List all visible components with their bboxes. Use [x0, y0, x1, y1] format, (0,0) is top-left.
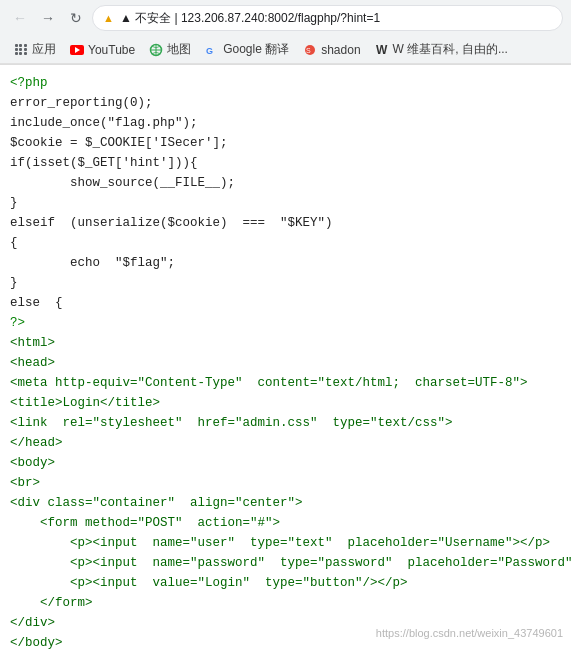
back-button[interactable]: ← [8, 6, 32, 30]
code-line: <?php [10, 73, 561, 93]
translate-icon: G [205, 43, 219, 57]
code-line: } [10, 193, 561, 213]
code-line: <title>Login</title> [10, 393, 561, 413]
code-line: <p><input name="password" type="password… [10, 553, 561, 573]
security-icon: ▲ [103, 12, 114, 24]
bookmark-shadon[interactable]: S shadon [297, 41, 366, 59]
code-line: $cookie = $_COOKIE['ISecer']; [10, 133, 561, 153]
bookmark-wiki-label: W 维基百科, 自由的... [393, 41, 508, 58]
bookmark-translate-label: Google 翻译 [223, 41, 289, 58]
code-line: if(isset($_GET['hint'])){ [10, 153, 561, 173]
code-line: <br> [10, 473, 561, 493]
url-text: ▲ 不安全 | 123.206.87.240:8002/flagphp/?hin… [120, 10, 552, 27]
code-line: </form> [10, 593, 561, 613]
bookmark-apps-label: 应用 [32, 41, 56, 58]
code-line: show_source(__FILE__); [10, 173, 561, 193]
bookmark-wiki[interactable]: W W 维基百科, 自由的... [369, 39, 514, 60]
page-content: <?phperror_reporting(0);include_once("fl… [0, 65, 571, 651]
code-line: </div> [10, 613, 561, 633]
bookmark-ditu[interactable]: 地图 [143, 39, 197, 60]
bookmarks-bar: 应用 YouTube 地图 [0, 36, 571, 64]
code-line: ?> [10, 313, 561, 333]
svg-text:G: G [206, 46, 213, 56]
wiki-icon: W [375, 43, 389, 57]
code-line: <div class="container" align="center"> [10, 493, 561, 513]
apps-icon [14, 43, 28, 57]
code-block: <?phperror_reporting(0);include_once("fl… [10, 73, 561, 651]
code-line: { [10, 233, 561, 253]
code-line: echo "$flag"; [10, 253, 561, 273]
code-line: <form method="POST" action="#"> [10, 513, 561, 533]
forward-button[interactable]: → [36, 6, 60, 30]
code-line: <head> [10, 353, 561, 373]
code-line: </body> [10, 633, 561, 651]
code-line: <link rel="stylesheet" href="admin.css" … [10, 413, 561, 433]
browser-frame: ← → ↻ ▲ ▲ 不安全 | 123.206.87.240:8002/flag… [0, 0, 571, 65]
code-line: <meta http-equiv="Content-Type" content=… [10, 373, 561, 393]
refresh-button[interactable]: ↻ [64, 6, 88, 30]
code-line: include_once("flag.php"); [10, 113, 561, 133]
bookmark-apps[interactable]: 应用 [8, 39, 62, 60]
svg-text:S: S [306, 47, 311, 54]
code-line: } [10, 273, 561, 293]
code-line: else { [10, 293, 561, 313]
nav-bar: ← → ↻ ▲ ▲ 不安全 | 123.206.87.240:8002/flag… [0, 0, 571, 36]
bookmark-translate[interactable]: G Google 翻译 [199, 39, 295, 60]
bookmark-youtube-label: YouTube [88, 43, 135, 57]
code-line: <p><input name="user" type="text" placeh… [10, 533, 561, 553]
globe-icon [149, 43, 163, 57]
shadon-icon: S [303, 43, 317, 57]
bookmark-youtube[interactable]: YouTube [64, 41, 141, 59]
code-line: <body> [10, 453, 561, 473]
code-line: </head> [10, 433, 561, 453]
code-line: elseif (unserialize($cookie) === "$KEY") [10, 213, 561, 233]
bookmark-shadon-label: shadon [321, 43, 360, 57]
code-line: <html> [10, 333, 561, 353]
code-line: <p><input value="Login" type="button"/><… [10, 573, 561, 593]
address-bar[interactable]: ▲ ▲ 不安全 | 123.206.87.240:8002/flagphp/?h… [92, 5, 563, 31]
youtube-icon [70, 43, 84, 57]
code-line: error_reporting(0); [10, 93, 561, 113]
bookmark-ditu-label: 地图 [167, 41, 191, 58]
